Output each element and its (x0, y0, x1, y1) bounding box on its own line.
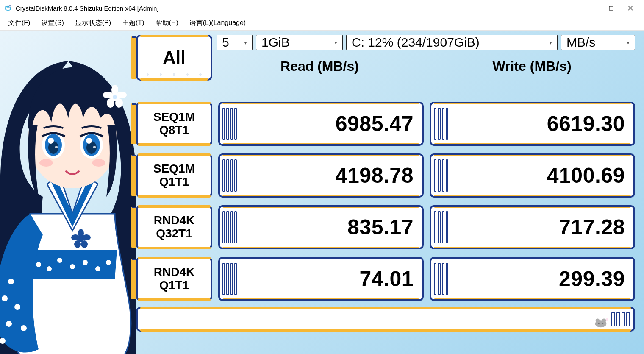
benchmark-rows: SEQ1M Q8T1 6985.47 (136, 102, 635, 301)
menu-language[interactable]: 语言(L)(Language) (188, 17, 247, 29)
chevron-down-icon: ▾ (244, 39, 247, 46)
unit-value: MB/s (566, 35, 624, 50)
svg-point-44 (107, 98, 114, 108)
read-header: Read (MB/s) (217, 59, 423, 75)
test-row-rnd4k-q1t1: RND4K Q1T1 74.01 (136, 257, 635, 301)
maximize-button[interactable] (601, 1, 621, 15)
svg-point-48 (596, 318, 600, 323)
svg-point-46 (113, 95, 117, 99)
write-value: 299.39 (559, 267, 625, 291)
svg-point-38 (39, 159, 53, 167)
menu-help[interactable]: 帮助(H) (154, 17, 180, 29)
test-button-seq1m-q8t1[interactable]: SEQ1M Q8T1 (136, 102, 212, 146)
svg-point-12 (95, 266, 100, 271)
content-area: All 5 ▾ 1GiB ▾ (0, 31, 644, 354)
svg-point-15 (2, 295, 8, 301)
test-label-2: Q32T1 (156, 227, 192, 240)
test-label-2: Q1T1 (159, 176, 189, 189)
svg-point-23 (81, 240, 88, 248)
test-button-rnd4k-q32t1[interactable]: RND4K Q32T1 (136, 205, 212, 249)
test-row-seq1m-q8t1: SEQ1M Q8T1 6985.47 (136, 102, 635, 146)
svg-rect-4 (609, 6, 613, 10)
svg-point-28 (42, 131, 65, 159)
svg-point-18 (21, 325, 27, 331)
test-label-2: Q1T1 (159, 279, 189, 292)
write-result-1: 4100.69 (430, 153, 635, 198)
svg-point-34 (83, 134, 100, 156)
svg-point-29 (45, 134, 62, 156)
svg-point-50 (598, 323, 600, 324)
svg-point-27 (28, 91, 117, 188)
mascot-small-icon (593, 316, 609, 328)
menubar: 文件(F) 设置(S) 显示状态(P) 主题(T) 帮助(H) 语言(L)(La… (0, 16, 644, 31)
runs-select[interactable]: 5 ▾ (217, 35, 253, 50)
test-label-1: SEQ1M (153, 111, 195, 124)
chevron-down-icon: ▾ (549, 39, 552, 46)
drive-value: C: 12% (234/1907GiB) (352, 35, 547, 50)
unit-select[interactable]: MB/s ▾ (561, 35, 635, 50)
write-value: 717.28 (559, 215, 625, 240)
chevron-down-icon: ▾ (627, 39, 630, 46)
app-window: CrystalDiskMark 8.0.4 Shizuku Edition x6… (0, 0, 644, 354)
menu-display[interactable]: 显示状态(P) (73, 17, 113, 29)
shizuku-mascot (0, 44, 149, 354)
all-button-container: All (136, 35, 212, 81)
svg-point-16 (14, 304, 20, 310)
svg-point-52 (606, 318, 608, 322)
svg-point-30 (48, 141, 58, 154)
test-button-rnd4k-q1t1[interactable]: RND4K Q1T1 (136, 257, 212, 301)
read-result-0: 6985.47 (218, 102, 424, 146)
chevron-down-icon: ▾ (334, 39, 337, 46)
svg-point-19 (0, 338, 6, 344)
svg-rect-26 (64, 171, 81, 188)
all-button[interactable]: All (136, 35, 212, 81)
top-controls-row: All 5 ▾ 1GiB ▾ (136, 35, 635, 81)
svg-point-32 (55, 146, 58, 148)
runs-value: 5 (222, 35, 242, 50)
all-button-label: All (163, 47, 186, 68)
svg-point-40 (111, 93, 119, 101)
write-header: Write (MB/s) (429, 59, 635, 75)
svg-point-1 (6, 8, 11, 10)
svg-point-51 (602, 323, 603, 324)
write-value: 6619.30 (547, 111, 625, 136)
svg-point-41 (111, 85, 118, 95)
svg-point-20 (78, 236, 84, 242)
svg-point-45 (103, 92, 113, 98)
size-value: 1GiB (261, 35, 332, 50)
svg-point-39 (92, 159, 105, 167)
minimize-button[interactable] (582, 1, 601, 15)
test-row-seq1m-q1t1: SEQ1M Q1T1 4198.78 (136, 153, 635, 198)
read-value: 835.17 (347, 215, 414, 240)
svg-point-13 (106, 260, 111, 265)
top-selectors: 5 ▾ 1GiB ▾ C: 12% (234/1907GiB) ▾ MB/s (217, 35, 635, 50)
svg-point-49 (602, 318, 606, 323)
svg-point-24 (74, 240, 81, 248)
read-value: 74.01 (359, 267, 414, 291)
read-result-2: 835.17 (218, 205, 424, 249)
svg-point-37 (93, 146, 96, 148)
write-result-2: 717.28 (430, 205, 635, 249)
size-select[interactable]: 1GiB ▾ (256, 35, 343, 50)
read-value: 6985.47 (336, 111, 414, 136)
write-result-0: 6619.30 (430, 102, 635, 146)
read-result-3: 74.01 (218, 257, 424, 301)
menu-file[interactable]: 文件(F) (6, 17, 32, 29)
write-result-3: 299.39 (430, 257, 635, 301)
test-label-2: Q8T1 (159, 124, 189, 137)
svg-point-10 (70, 264, 75, 269)
test-label-1: RND4K (154, 266, 194, 279)
test-label-1: RND4K (154, 214, 194, 227)
svg-point-31 (48, 138, 54, 144)
menu-settings[interactable]: 设置(S) (39, 17, 65, 29)
titlebar-controls (582, 1, 640, 15)
close-button[interactable] (621, 1, 640, 15)
svg-point-21 (78, 229, 84, 237)
write-value: 4100.69 (547, 163, 625, 188)
menu-theme[interactable]: 主题(T) (120, 17, 146, 29)
app-icon (4, 4, 12, 12)
drive-select[interactable]: C: 12% (234/1907GiB) ▾ (346, 35, 558, 50)
comment-input[interactable] (136, 307, 635, 332)
test-button-seq1m-q1t1[interactable]: SEQ1M Q1T1 (136, 153, 212, 198)
svg-point-43 (115, 98, 123, 108)
